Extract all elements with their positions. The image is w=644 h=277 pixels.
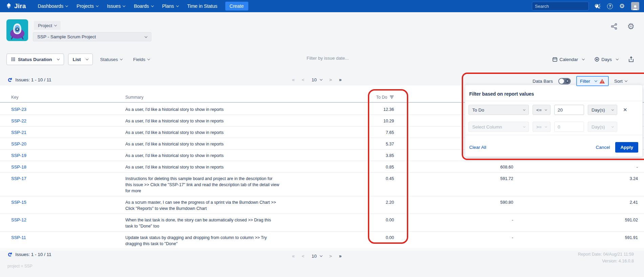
nav-item-dashboards[interactable]: Dashboards [34, 0, 72, 12]
summary-cell: As a user, I'd like a historical story t… [125, 126, 285, 138]
prev-page-button[interactable]: < [302, 254, 305, 259]
filter-unit-select[interactable]: Day(s) [588, 105, 617, 115]
issues-count-bar-top: ↻ Issues: 1 - 10 / 11 [7, 77, 51, 83]
help-icon[interactable]: ? [607, 3, 613, 9]
chevron-down-icon [145, 35, 147, 38]
filter-column-select-disabled[interactable]: Select Column [469, 122, 529, 132]
first-page-button[interactable]: « [292, 253, 295, 259]
report-controls: Data Bars ✕ Filter Sort [533, 76, 627, 86]
status-value-cell: - [513, 161, 638, 172]
chevron-down-icon [57, 57, 59, 60]
filter-column-select[interactable]: To Do [469, 105, 529, 115]
issue-key-link[interactable]: SSP-11 [11, 235, 26, 240]
issue-key-link[interactable]: SSP-21 [11, 130, 26, 135]
chevron-down-icon [611, 108, 614, 111]
clear-all-link[interactable]: Clear All [469, 145, 486, 150]
nav-item-boards[interactable]: Boards [129, 0, 158, 12]
view-mode-button[interactable]: List [68, 54, 93, 65]
issues-count-label: Issues: 1 - 10 / 11 [15, 252, 51, 257]
statuses-label: Statuses [100, 57, 118, 62]
issue-key-link[interactable]: SSP-18 [11, 164, 26, 170]
unit-dropdown[interactable]: Days [595, 57, 618, 62]
issue-key-link[interactable]: SSP-22 [11, 118, 26, 123]
nav-item-plans[interactable]: Plans [158, 0, 183, 12]
date-filter-input[interactable]: Filter by issue date... [307, 56, 349, 61]
chevron-down-icon [319, 254, 322, 257]
report-version: Version: 4.16.0.8 [578, 258, 634, 264]
key-cell: SSP-11 [11, 232, 125, 249]
megaphone-icon[interactable] [594, 2, 602, 10]
chevron-down-icon [611, 125, 614, 127]
filter-value-input-disabled[interactable] [554, 122, 584, 132]
filter-funnel-icon[interactable] [390, 95, 394, 99]
warning-icon [599, 79, 605, 84]
page-size-select[interactable]: 10 [312, 254, 322, 259]
column-header-todo[interactable]: To Do [285, 95, 394, 100]
refresh-icon[interactable]: ↻ [7, 252, 13, 257]
filter-operator-select-disabled[interactable]: >= [533, 122, 550, 132]
export-icon[interactable] [628, 56, 634, 62]
filter-value-input[interactable] [554, 105, 584, 115]
next-page-button[interactable]: > [329, 254, 332, 259]
nav-item-projects[interactable]: Projects [72, 0, 103, 12]
jira-logo[interactable]: Jira [5, 2, 26, 10]
report-date: Report Date: 04/Aug/21 11:59 [578, 251, 634, 258]
issue-key-link[interactable]: SSP-20 [11, 141, 26, 146]
page-size-select[interactable]: 10 [312, 77, 322, 82]
chevron-down-icon [523, 125, 525, 127]
create-button[interactable]: Create [225, 2, 248, 11]
nav-item-label: Plans [162, 3, 174, 9]
last-page-button[interactable]: » [339, 253, 342, 259]
share-icon[interactable] [611, 23, 618, 30]
apply-button[interactable]: Apply [615, 142, 638, 153]
sort-dropdown-button[interactable]: Sort [614, 79, 627, 84]
settings-gear-icon[interactable]: ⚙ [627, 23, 635, 30]
issue-key-link[interactable]: SSP-19 [11, 153, 26, 158]
fields-dropdown[interactable]: Fields [130, 57, 153, 62]
search-input[interactable] [535, 4, 595, 9]
cancel-button[interactable]: Cancel [596, 145, 610, 150]
todo-value-cell: 5.37 [285, 138, 394, 149]
pagination-top: « < 10 > » [292, 77, 341, 82]
summary-cell: As a user, I'd like a historical story t… [125, 150, 285, 161]
next-page-button[interactable]: > [329, 77, 332, 82]
project-select[interactable]: SSP - Sample Scrum Project [33, 32, 151, 41]
statuses-dropdown[interactable]: Statuses [97, 57, 126, 62]
user-avatar[interactable] [631, 2, 639, 10]
table-row: SSP-12When the last task is done, the st… [0, 214, 644, 232]
chevron-down-icon [625, 79, 627, 82]
issue-key-link[interactable]: SSP-15 [11, 200, 26, 205]
calendar-dropdown[interactable]: Calendar [553, 57, 584, 62]
nav-menu: DashboardsProjectsIssuesBoardsPlansTime … [34, 0, 222, 12]
issue-key-link[interactable]: SSP-12 [11, 217, 26, 222]
prev-page-button[interactable]: < [302, 77, 305, 82]
calendar-icon [553, 57, 557, 62]
project-dropdown-button[interactable]: Project [34, 21, 61, 30]
first-page-button[interactable]: « [292, 77, 295, 82]
chevron-down-icon [147, 57, 150, 60]
chevron-down-icon [545, 108, 547, 111]
issue-key-link[interactable]: SSP-17 [11, 176, 26, 181]
last-page-button[interactable]: » [339, 77, 342, 82]
filter-dropdown-button[interactable]: Filter [576, 76, 609, 86]
filter-unit-select-disabled[interactable]: Day(s) [588, 122, 617, 132]
nav-item-issues[interactable]: Issues [103, 0, 129, 12]
column-header-summary[interactable]: Summary [125, 95, 285, 100]
todo-value-cell: 7.65 [285, 126, 394, 138]
issue-key-link[interactable]: SSP-23 [11, 107, 26, 112]
column-header-key[interactable]: Key [11, 95, 125, 100]
report-type-button[interactable]: Status Duration [6, 54, 64, 65]
toggle-off-icon: ✕ [565, 79, 569, 83]
status-value-cell: 591.91 [513, 232, 638, 249]
filter-operator-select[interactable]: <= [533, 105, 550, 115]
jira-logo-icon [5, 3, 12, 9]
status-value-cell: - [394, 214, 513, 231]
nav-item-time-in-status[interactable]: Time in Status [183, 0, 222, 12]
gear-icon[interactable]: ⚙ [618, 2, 626, 10]
remove-filter-icon[interactable]: ✕ [623, 107, 627, 113]
filter-row-2: Select Column >= Day(s) [465, 118, 642, 135]
status-value-cell: 3.24 [513, 173, 638, 196]
search-box[interactable] [532, 2, 589, 11]
data-bars-toggle[interactable]: ✕ [558, 78, 571, 84]
refresh-icon[interactable]: ↻ [7, 77, 13, 82]
